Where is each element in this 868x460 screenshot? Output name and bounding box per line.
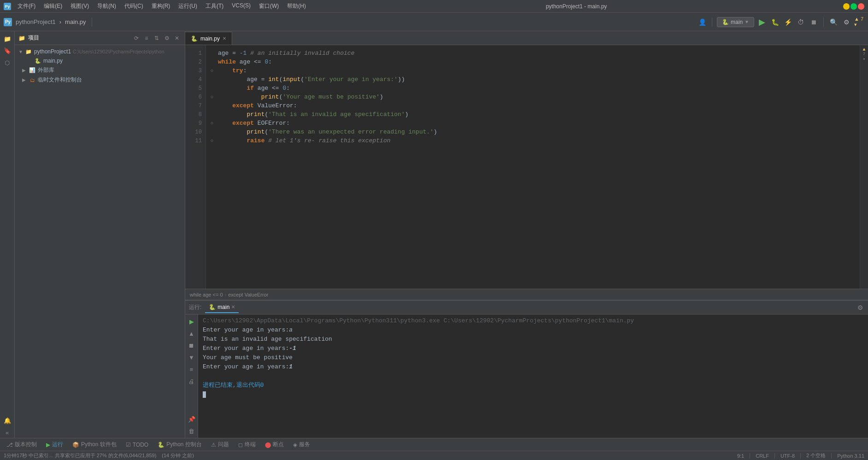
run-scroll-up-button[interactable]: ▲ <box>187 328 197 338</box>
tree-item-extlib[interactable]: ▶ 📊 外部库 <box>15 65 185 75</box>
search-everywhere-button[interactable]: 🔍 <box>828 17 839 27</box>
bottom-tool-problems[interactable]: ⚠ 问题 <box>208 440 232 449</box>
run-restart-button[interactable]: ▶ <box>187 316 197 326</box>
line-num-2: 2 <box>185 58 205 66</box>
bottom-tool-packages[interactable]: 📦 Python 软件包 <box>70 440 119 449</box>
tab-mainpy[interactable]: 🐍 main.py ✕ <box>185 32 232 45</box>
code-line-8: print('That is an invalid age specificat… <box>211 110 860 119</box>
run-icon: ▶ <box>46 442 50 448</box>
run-label-bottom: 运行 <box>52 441 63 448</box>
panel-sync-icon[interactable]: ⟳ <box>132 34 141 42</box>
project-panel: 📁 项目 ⟳ ≡ ⇅ ⚙ ✕ ▼ 📁 pythonProject1 C:\Use… <box>15 31 185 438</box>
bottom-tool-terminal[interactable]: ◻ 终端 <box>235 440 258 449</box>
sidebar-expand-icon[interactable]: « <box>2 427 13 438</box>
bottom-tool-vcs[interactable]: ⎇ 版本控制 <box>4 440 40 449</box>
run-output-1: Enter your age in years:a <box>203 326 863 335</box>
menu-code[interactable]: 代码(C) <box>121 1 147 11</box>
sidebar-notifications-icon[interactable]: 🔔 <box>2 415 13 426</box>
status-sep3 <box>800 453 801 459</box>
menu-run[interactable]: 运行(U) <box>175 1 201 11</box>
run-print-button[interactable]: 🖨 <box>187 376 197 386</box>
bottom-tool-run[interactable]: ▶ 运行 <box>43 440 66 449</box>
menu-vcs[interactable]: VCS(S) <box>228 1 254 11</box>
settings-button[interactable]: ⚙ <box>841 17 851 27</box>
bottom-tool-todo[interactable]: ☑ TODO <box>123 441 151 449</box>
code-line-10: print('There was an unexpected error rea… <box>211 128 860 136</box>
run-panel: 运行: 🐍 main ✕ ⚙ ▶ ▲ ⏹ ▼ ≡ 🖨 <box>185 300 868 438</box>
menu-view[interactable]: 视图(V) <box>67 1 93 11</box>
code-content[interactable]: age = -1 # an initially invalid choice w… <box>206 45 860 289</box>
run-output-blank <box>203 372 863 381</box>
run-trash-button[interactable]: 🗑 <box>187 426 197 436</box>
run-tab-label: main <box>217 304 229 310</box>
debug-button[interactable]: 🐛 <box>770 17 780 27</box>
status-indent[interactable]: 2 个空格 <box>806 452 826 459</box>
menu-bar: 文件(F) 编辑(E) 视图(V) 导航(N) 代码(C) 重构(R) 运行(U… <box>14 1 310 11</box>
sidebar-project-icon[interactable]: 📁 <box>2 33 13 44</box>
menu-file[interactable]: 文件(F) <box>14 1 39 11</box>
terminal-icon: ◻ <box>238 442 243 448</box>
run-pin-button[interactable]: 📌 <box>187 414 197 424</box>
menu-help[interactable]: 帮助(H) <box>283 1 310 11</box>
run-panel-header: 运行: 🐍 main ✕ ⚙ <box>185 301 868 314</box>
close-button[interactable] <box>858 3 864 10</box>
warnings-counter[interactable]: ▲ 7 ▾ <box>854 17 864 27</box>
project-name-label: pythonProject1 <box>16 18 56 25</box>
status-charset[interactable]: UTF-8 <box>780 453 795 459</box>
maximize-button[interactable] <box>850 3 857 10</box>
menu-tools[interactable]: 工具(T) <box>202 1 227 11</box>
bottom-toolbar: ⎇ 版本控制 ▶ 运行 📦 Python 软件包 ☑ TODO 🐍 Python… <box>0 438 868 451</box>
user-icon[interactable]: 👤 <box>697 17 707 27</box>
tree-item-mainpy[interactable]: 🐍 main.py <box>15 56 185 65</box>
code-line-11: ◇ raise # let 1's re- raise this excepti… <box>211 136 860 145</box>
status-position[interactable]: 9:1 <box>737 453 744 459</box>
code-line-9: ◇ except EOFError: <box>211 119 860 128</box>
breadcrumb-item-1[interactable]: while age <= 0 <box>190 292 223 297</box>
run-panel-settings-icon[interactable]: ⚙ <box>856 303 864 312</box>
tree-arrow-extlib: ▶ <box>22 68 29 73</box>
run-config-selector[interactable]: 🐍 main ▼ <box>717 17 754 27</box>
sidebar-bookmarks-icon[interactable]: 🔖 <box>2 45 13 56</box>
top-toolbar: Py pythonProject1 › main.py 👤 🐍 main ▼ ▶… <box>0 13 868 31</box>
panel-settings-icon[interactable]: ⚙ <box>163 34 171 42</box>
file-name-label: › <box>59 18 61 25</box>
stop-button[interactable]: ⏹ <box>809 17 819 27</box>
run-content[interactable]: C:\Users\12902\AppData\Local\Programs\Py… <box>198 314 868 438</box>
sidebar-structure-icon[interactable]: ⬡ <box>2 57 13 68</box>
tree-item-scratch[interactable]: ▶ 🗂 临时文件和控制台 <box>15 75 185 85</box>
menu-refactor[interactable]: 重构(R) <box>148 1 174 11</box>
profiler-button[interactable]: ⏱ <box>796 17 806 27</box>
gutter-9: ◇ <box>211 119 218 128</box>
status-python-ver[interactable]: Python 3.11 <box>837 453 864 459</box>
python-console-icon: 🐍 <box>158 442 164 448</box>
gutter-3: ◇ <box>211 66 218 75</box>
menu-edit[interactable]: 编辑(E) <box>40 1 66 11</box>
run-command-line: C:\Users\12902\AppData\Local\Programs\Py… <box>203 316 863 326</box>
panel-close-icon[interactable]: ✕ <box>173 34 181 42</box>
project-panel-title: 项目 <box>28 34 129 42</box>
tab-close-button[interactable]: ✕ <box>223 36 226 41</box>
breadcrumb-item-2[interactable]: except ValueError <box>228 292 268 297</box>
run-scroll-down-button[interactable]: ▼ <box>187 352 197 362</box>
menu-navigate[interactable]: 导航(N) <box>94 1 120 11</box>
run-button[interactable]: ▶ <box>757 17 767 27</box>
panel-collapse-all-icon[interactable]: ≡ <box>142 34 151 42</box>
minimize-button[interactable] <box>843 3 850 10</box>
python-console-label: Python 控制台 <box>166 441 202 448</box>
run-soft-wrap-button[interactable]: ≡ <box>187 364 197 374</box>
run-tab-main[interactable]: 🐍 main ✕ <box>205 302 239 313</box>
status-sep1 <box>750 453 750 459</box>
run-tab-close[interactable]: ✕ <box>231 304 235 309</box>
bottom-tool-services[interactable]: ◈ 服务 <box>290 440 313 449</box>
status-line-ending[interactable]: CRLF <box>756 453 769 459</box>
run-stop-button[interactable]: ⏹ <box>187 340 197 350</box>
main-layout: 📁 🔖 ⬡ 🔔 « 📁 项目 ⟳ ≡ ⇅ ⚙ ✕ ▼ 📁 pythonP <box>0 31 868 438</box>
tree-item-root[interactable]: ▼ 📁 pythonProject1 C:\Users\12902\Pychar… <box>15 47 185 56</box>
panel-sort-icon[interactable]: ⇅ <box>152 34 161 42</box>
menu-window[interactable]: 窗口(W) <box>255 1 282 11</box>
bottom-tool-breakpoints[interactable]: ⬤ 断点 <box>262 440 287 449</box>
coverage-button[interactable]: ⚡ <box>783 17 793 27</box>
line-numbers: 1 2 3 4 5 6 7 8 9 10 11 <box>185 45 206 289</box>
bottom-tool-python-console[interactable]: 🐍 Python 控制台 <box>155 440 205 449</box>
vcs-label: 版本控制 <box>15 441 37 448</box>
